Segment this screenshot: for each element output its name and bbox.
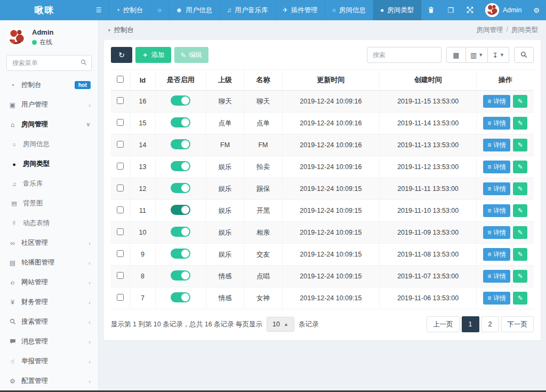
detail-button-label: 详情 (493, 228, 506, 237)
enabled-toggle[interactable] (171, 117, 190, 127)
row-checkbox[interactable] (117, 163, 124, 170)
sidebar-item-音乐库[interactable]: ♫音乐库 (0, 174, 98, 194)
expand-button[interactable] (460, 0, 480, 20)
breadcrumb-item-房间类型[interactable]: 房间类型 (511, 26, 538, 35)
sidebar-item-社区管理[interactable]: ∞社区管理‹ (0, 233, 98, 253)
row-checkbox[interactable] (117, 228, 124, 235)
edit-row-button[interactable]: ✎ (513, 139, 527, 151)
sidebar-search-input[interactable] (6, 55, 92, 71)
enabled-toggle[interactable] (171, 183, 190, 193)
copy-button[interactable]: ❐ (441, 0, 460, 20)
enabled-toggle[interactable] (171, 205, 190, 215)
row-checkbox[interactable] (117, 119, 124, 126)
detail-button[interactable]: ≡详情 (483, 117, 510, 130)
edit-row-button[interactable]: ✎ (513, 248, 527, 261)
edit-row-button[interactable]: ✎ (513, 226, 527, 239)
export-button[interactable]: ↧▼ (488, 47, 509, 63)
brand-logo[interactable]: 啾咪 (0, 0, 89, 20)
row-checkbox[interactable] (117, 141, 124, 148)
edit-row-button[interactable]: ✎ (513, 292, 527, 305)
refresh-button[interactable]: ↻ (111, 47, 132, 63)
columns-button[interactable]: ▥▼ (466, 47, 488, 63)
sidebar-item-搜索管理[interactable]: 搜索管理‹ (0, 312, 98, 332)
sidebar-item-轮播图管理[interactable]: ▤轮播图管理‹ (0, 253, 98, 273)
column-header-操作[interactable]: 操作 (477, 70, 534, 91)
column-header-Id[interactable]: Id (130, 70, 156, 91)
row-checkbox[interactable] (117, 206, 124, 213)
sidebar-item-label: 配置管理 (21, 377, 48, 386)
enabled-toggle[interactable] (171, 161, 190, 171)
add-button[interactable]: ＋添加 (135, 47, 171, 63)
sidebar-item-房间信息[interactable]: ○房间信息 (0, 134, 98, 154)
enabled-toggle[interactable] (171, 292, 190, 302)
page-button-1[interactable]: 1 (462, 316, 479, 332)
nav-item-插件管理[interactable]: ✈插件管理 (276, 0, 325, 20)
select-all-checkbox[interactable] (117, 76, 124, 83)
enabled-toggle[interactable] (171, 270, 190, 281)
edit-row-button[interactable]: ✎ (513, 182, 527, 195)
row-checkbox[interactable] (117, 97, 124, 104)
settings-button[interactable]: ⚙ (527, 0, 546, 20)
enabled-toggle[interactable] (171, 95, 190, 106)
table-search-input[interactable] (367, 47, 441, 63)
detail-button[interactable]: ≡详情 (483, 292, 510, 305)
nav-item-用户信息[interactable]: ☻用户信息 (169, 0, 220, 20)
sidebar-item-配置管理[interactable]: ⚙配置管理‹ (0, 371, 98, 390)
sidebar-item-用户管理[interactable]: ▣用户管理‹ (0, 95, 98, 115)
nav-item-bars[interactable]: ☰ (89, 0, 109, 20)
edit-button[interactable]: ✎编辑 (174, 47, 208, 63)
sidebar-item-网站管理[interactable]: ℮网站管理‹ (0, 273, 98, 292)
table-row: 13娱乐拍卖2019-12-24 10:09:162019-11-12 13:5… (111, 156, 534, 178)
edit-row-button[interactable]: ✎ (513, 270, 527, 283)
prev-page-button[interactable]: 上一页 (427, 316, 460, 332)
next-page-button[interactable]: 下一页 (501, 316, 534, 332)
column-header-创建时间[interactable]: 创建时间 (380, 70, 477, 91)
nav-item-circle-o[interactable]: ○ (150, 0, 168, 20)
detail-button[interactable]: ≡详情 (483, 182, 510, 195)
column-header-名称[interactable]: 名称 (244, 70, 282, 91)
admin-user-menu[interactable]: Admin (480, 3, 527, 17)
settings-icon: ⚙ (9, 378, 17, 385)
sidebar-item-动态表情[interactable]: ✌动态表情 (0, 213, 98, 233)
row-checkbox[interactable] (117, 185, 124, 191)
nav-item-控制台[interactable]: ◔控制台 (109, 0, 151, 20)
row-checkbox[interactable] (117, 294, 124, 301)
row-checkbox[interactable] (117, 272, 124, 279)
detail-button[interactable]: ≡详情 (483, 139, 510, 151)
row-checkbox[interactable] (117, 250, 124, 257)
detail-button[interactable]: ≡详情 (483, 204, 510, 217)
page-button-2[interactable]: 2 (481, 316, 499, 332)
edit-row-button[interactable]: ✎ (513, 117, 527, 130)
sidebar-item-背景图[interactable]: ▤背景图 (0, 194, 98, 213)
enabled-toggle[interactable] (171, 139, 190, 149)
search-button[interactable] (514, 47, 534, 63)
column-header-上级[interactable]: 上级 (206, 70, 244, 91)
column-header-更新时间[interactable]: 更新时间 (282, 70, 379, 91)
edit-row-button[interactable]: ✎ (513, 161, 527, 173)
trash-button[interactable] (421, 0, 441, 20)
detail-button[interactable]: ≡详情 (483, 95, 510, 108)
edit-row-button[interactable]: ✎ (513, 95, 527, 108)
sidebar-item-房间类型[interactable]: ●房间类型 (0, 154, 98, 174)
user-avatar[interactable] (6, 27, 27, 47)
nav-item-房间信息[interactable]: ○房间信息 (325, 0, 373, 20)
detail-button[interactable]: ≡详情 (483, 270, 510, 283)
breadcrumb-item-房间管理[interactable]: 房间管理 (477, 26, 503, 35)
globe-e-icon: ℮ (9, 279, 17, 286)
enabled-toggle[interactable] (171, 249, 190, 259)
sidebar-item-房间管理[interactable]: ⌂房间管理∨ (0, 115, 98, 134)
sidebar-item-消息管理[interactable]: 消息管理‹ (0, 332, 98, 351)
edit-row-button[interactable]: ✎ (513, 204, 527, 217)
nav-item-房间类型[interactable]: ●房间类型 (373, 0, 421, 20)
sidebar-item-控制台[interactable]: ◔控制台hot (0, 75, 98, 95)
sidebar-item-财务管理[interactable]: ¥财务管理‹ (0, 292, 98, 312)
column-header-是否启用[interactable]: 是否启用 (155, 70, 206, 91)
enabled-toggle[interactable] (171, 227, 190, 237)
detail-button[interactable]: ≡详情 (483, 226, 510, 239)
nav-item-用户音乐库[interactable]: ♫用户音乐库 (220, 0, 276, 20)
sidebar-item-举报管理[interactable]: ☝举报管理‹ (0, 351, 98, 371)
toggle-view-button[interactable]: ▦ (446, 47, 466, 63)
page-size-select[interactable]: 10 ▲ (267, 317, 294, 332)
detail-button[interactable]: ≡详情 (483, 248, 510, 261)
detail-button[interactable]: ≡详情 (483, 161, 510, 173)
